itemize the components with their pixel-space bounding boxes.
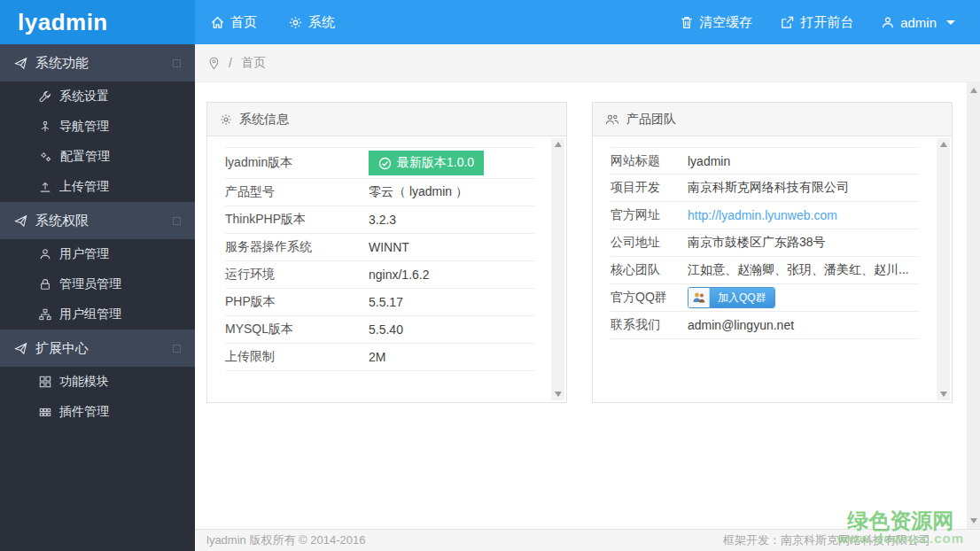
collapse-icon [173,345,181,353]
info-row: lyadmin版本最新版本1.0.0 [225,147,534,179]
info-label: 项目开发 [611,180,688,196]
sidebar-item-label: 用户管理 [59,246,109,262]
sidebar: 系统功能 系统设置 导航管理 配置管理 上传管理 [0,44,195,551]
scroll-down-icon[interactable] [555,392,562,397]
info-value: 最新版本1.0.0 [369,148,484,178]
sidebar-item-upload[interactable]: 上传管理 [0,172,195,202]
info-row: MYSQL版本5.5.40 [225,316,534,344]
nav-system[interactable]: 系统 [273,0,351,44]
system-info-body: lyadmin版本最新版本1.0.0产品型号零云（ lyadmin ）Think… [207,136,566,402]
page-scrollbar[interactable] [967,82,980,529]
panel-title: 产品团队 [626,112,676,128]
info-row: 上传限制2M [225,344,534,371]
info-row: 核心团队江如意、赵瀚卿、张玥、潘美红、赵川... [611,257,920,284]
open-frontend-button[interactable]: 打开前台 [766,0,867,44]
info-value: 加入QQ群 [688,284,775,311]
info-label: 联系我们 [611,317,688,333]
gears-icon [39,151,52,163]
sidebar-item-user-groups[interactable]: 用户组管理 [0,299,195,330]
info-value: 零云（ lyadmin ） [369,184,468,200]
scroll-up-icon[interactable] [970,88,977,93]
info-row: 服务器操作系统WINNT [225,234,534,261]
info-row: ThinkPHP版本3.2.3 [225,206,534,234]
topbar: lyadmin 首页 系统 清空缓存 [0,0,980,44]
info-value: 南京科斯克网络科技有限公司 [688,180,849,196]
info-value: WINNT [369,240,409,254]
sidebar-group-permissions[interactable]: 系统权限 [0,202,195,239]
main-content: 系统信息 lyadmin版本最新版本1.0.0产品型号零云（ lyadmin ）… [195,82,980,529]
badge-label: 最新版本1.0.0 [397,155,474,171]
scroll-down-icon[interactable] [970,518,977,524]
sidebar-item-label: 配置管理 [60,149,110,165]
system-info-header: 系统信息 [207,103,566,136]
sidebar-item-config[interactable]: 配置管理 [0,142,195,172]
info-value: 江如意、赵瀚卿、张玥、潘美红、赵川... [688,262,909,278]
app-logo: lyadmin [0,0,195,44]
info-value: nginx/1.6.2 [369,268,430,282]
sidebar-group-system-functions[interactable]: 系统功能 [0,44,195,81]
join-qq-button[interactable]: 加入QQ群 [688,287,775,308]
footer-developer: 框架开发：南京科斯克网络科技有限公司 [723,532,930,548]
sidebar-item-label: 用户组管理 [59,307,121,322]
breadcrumb: / 首页 [195,44,980,82]
info-value: http://lyadmin.lyunweb.com [688,208,837,222]
sidebar-item-system-settings[interactable]: 系统设置 [0,81,195,112]
scroll-up-icon[interactable] [555,142,562,147]
trash-icon [681,16,693,29]
system-info-panel: 系统信息 lyadmin版本最新版本1.0.0产品型号零云（ lyadmin ）… [206,102,567,403]
sidebar-item-admins[interactable]: 管理员管理 [0,269,195,299]
qq-avatar-icon [688,288,710,307]
nav-home[interactable]: 首页 [195,0,273,44]
topnav: 首页 系统 [195,0,351,44]
sidebar-item-modules[interactable]: 功能模块 [0,367,195,397]
sidebar-item-plugins[interactable]: 插件管理 [0,397,195,427]
clear-cache-label: 清空缓存 [699,14,752,31]
open-frontend-label: 打开前台 [800,14,853,31]
nav-system-label: 系统 [308,14,335,31]
info-value: 5.5.40 [369,322,403,337]
scroll-up-icon[interactable] [940,142,947,147]
user-name: admin [900,15,937,30]
tree-icon [39,120,51,133]
sidebar-item-label: 管理员管理 [59,276,121,292]
app-window: lyadmin 首页 系统 清空缓存 [0,0,980,551]
latest-version-badge: 最新版本1.0.0 [369,151,484,175]
sidebar-item-label: 上传管理 [59,179,109,195]
info-value: 5.5.17 [369,295,403,309]
paper-plane-icon [14,57,27,70]
clear-cache-button[interactable]: 清空缓存 [666,0,766,44]
info-value: 2M [369,350,385,364]
user-icon [39,248,51,260]
scroll-down-icon[interactable] [940,392,947,397]
gear-icon [220,113,232,126]
footer-copyright: lyadmin 版权所有 © 2014-2016 [206,532,365,548]
info-row: 联系我们admin@lingyun.net [611,312,920,339]
info-row: PHP版本5.5.17 [225,289,534,316]
user-icon [882,16,894,29]
panel-scrollbar[interactable] [937,138,950,400]
chevron-down-icon [946,20,955,25]
sidebar-item-label: 插件管理 [59,404,109,420]
external-link-icon [781,16,794,29]
join-qq-label: 加入QQ群 [710,288,774,307]
home-icon [211,16,224,29]
wrench-icon [39,90,51,103]
info-row: 官方QQ群加入QQ群 [611,284,920,312]
panel-scrollbar[interactable] [551,138,564,400]
users-icon [605,113,619,126]
info-row: 项目开发南京科斯克网络科技有限公司 [611,175,920,202]
user-menu[interactable]: admin [867,0,969,44]
nav-home-label: 首页 [230,14,257,31]
official-site-link[interactable]: http://lyadmin.lyunweb.com [688,208,837,222]
info-label: ThinkPHP版本 [225,212,369,228]
product-team-header: 产品团队 [593,103,952,136]
breadcrumb-current[interactable]: 首页 [241,55,266,71]
sidebar-group-extensions[interactable]: 扩展中心 [0,330,195,367]
info-label: 服务器操作系统 [225,239,369,255]
collapse-icon [173,59,181,67]
map-marker-icon [208,57,220,70]
sidebar-item-navigation[interactable]: 导航管理 [0,112,195,142]
sidebar-item-users[interactable]: 用户管理 [0,239,195,269]
info-label: 运行环境 [225,267,369,283]
info-value: 3.2.3 [369,213,396,227]
